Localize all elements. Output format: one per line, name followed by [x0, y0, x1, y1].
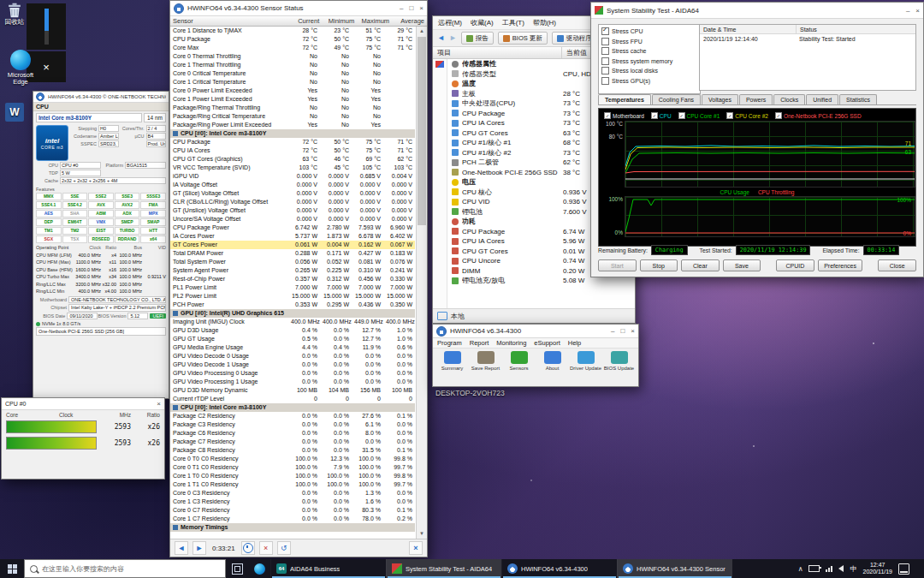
sensor-row[interactable]: Core 0 Critical Temperature No No No	[170, 69, 415, 78]
stress-option[interactable]: Stress CPU	[601, 27, 697, 37]
sensor-row[interactable]: Package/Ring Power Limit Exceeded Yes No…	[170, 121, 415, 129]
desktop-icon-word[interactable]: W	[0, 103, 29, 122]
sensor-row[interactable]: CPU GT Cores (Graphics) 63 °C 46 °C 69 °…	[170, 155, 415, 164]
menu-item[interactable]: Monitoring	[496, 339, 526, 347]
reset-button[interactable]: ↺	[277, 541, 291, 555]
graph-tab[interactable]: Voltages	[702, 94, 738, 104]
sensor-row[interactable]: Core 0 C7 Residency 0.0 % 0.0 % 80.3 % 0…	[170, 506, 415, 515]
sensor-row[interactable]: Total DRAM Power 0.288 W 0.171 W 0.427 W…	[170, 249, 415, 258]
sensor-row[interactable]: GT (Slice) Voltage Offset 0.000 V 0.000 …	[170, 189, 415, 198]
legend-checkbox[interactable]: ✓	[651, 112, 658, 119]
taskbar-app-aida64[interactable]: 64 AIDA64 Business	[270, 559, 386, 578]
sensor-row[interactable]: Core 0 T0 C0 Residency 100.0 % 12.3 % 10…	[170, 455, 415, 463]
sensor-row[interactable]: GPU Video Processing 0 Usage 0.0 % 0.0 %…	[170, 369, 415, 378]
sensor-row[interactable]: GT (Unslice) Voltage Offset 0.000 V 0.00…	[170, 206, 415, 215]
menu-item[interactable]: Help	[568, 339, 581, 347]
launcher-item[interactable]: Sensors	[503, 351, 535, 371]
column-header-average[interactable]: Average	[392, 16, 427, 26]
sensor-row[interactable]: PCH Power 0.353 W 0.295 W 0.436 W 0.350 …	[170, 301, 415, 309]
task-view-button[interactable]	[226, 559, 248, 578]
clear-button[interactable]: Clear	[681, 259, 720, 271]
graph-tab[interactable]: Statistics	[839, 94, 877, 104]
legend-checkbox[interactable]: ✓	[678, 112, 685, 119]
minimize-icon[interactable]: –	[611, 327, 614, 335]
stop-button[interactable]: Stop	[640, 259, 678, 271]
checkbox[interactable]	[601, 57, 609, 65]
move-left-button[interactable]: ◄	[175, 541, 188, 555]
graph-tab[interactable]: Unified	[806, 94, 838, 104]
sensor-titlebar[interactable]: HWiNFO64 v6.34-4300 Sensor Status – □ ×	[170, 1, 427, 16]
legend-checkbox[interactable]: ✓	[775, 112, 782, 119]
scrollbar-thumb[interactable]	[418, 37, 426, 225]
launcher-item[interactable]: Summary	[436, 351, 468, 371]
stress-option[interactable]: Stress GPU(s)	[601, 76, 697, 86]
checkbox[interactable]	[601, 38, 609, 45]
sensor-row[interactable]: Core 0 Thermal Throttling No No No	[170, 52, 415, 61]
sensor-row[interactable]: IA Voltage Offset 0.000 V 0.000 V 0.000 …	[170, 181, 415, 189]
hwinfo-main-titlebar[interactable]: HWiNFO64 v6.34-4300 © ONE-NETBOOK TECHNO…	[33, 92, 169, 103]
column-header-sensor[interactable]: Sensor	[170, 16, 287, 26]
sensor-row[interactable]: CPU [#0]: Intel Core m3-8100Y	[170, 403, 415, 412]
sensor-row[interactable]: Rest-of-Chip Power 0.357 W 0.312 W 0.456…	[170, 275, 415, 283]
tray-expand-icon[interactable]: ∧	[798, 565, 803, 573]
sensor-row[interactable]: Uncore/SA Voltage Offset 0.000 V 0.000 V…	[170, 215, 415, 223]
taskbar-search[interactable]: 在这里输入你要搜索的内容	[24, 559, 226, 578]
sensor-row[interactable]: GPU Video Decode 0 Usage 0.0 % 0.0 % 0.0…	[170, 352, 415, 361]
legend-checkbox[interactable]: ✓	[726, 112, 733, 119]
sensor-row[interactable]: Core 1 T0 C0 Residency 100.0 % 100.0 % 1…	[170, 472, 415, 480]
sensor-row[interactable]: CPU IA Cores 72 °C 50 °C 75 °C 71 °C	[170, 146, 415, 155]
sensor-row[interactable]: Core 1 C7 Residency 0.0 % 0.0 % 78.0 % 0…	[170, 515, 415, 523]
sensor-row[interactable]: PL1 Power Limit 7.000 W 7.000 W 7.000 W …	[170, 283, 415, 292]
column-header-status[interactable]: Status	[797, 25, 820, 33]
preferences-button[interactable]: Preferences	[818, 259, 863, 271]
sensor-row[interactable]: GPU Video Processing 1 Usage 0.0 % 0.0 %…	[170, 378, 415, 386]
legend-checkbox[interactable]: ✓	[604, 112, 611, 119]
taskbar-app-hwinfo[interactable]: HWiNFO64 v6.34-4300	[501, 559, 617, 578]
sensor-row[interactable]: VR VCC Temperature (SVID) 103 °C 45 °C 1…	[170, 164, 415, 172]
sensor-row[interactable]: CPU Package 72 °C 50 °C 75 °C 71 °C	[170, 35, 415, 44]
menu-item[interactable]: 工具(T)	[502, 18, 524, 27]
checkbox[interactable]	[601, 67, 609, 74]
action-center-icon[interactable]	[898, 563, 909, 575]
scrollbar[interactable]: ▲ ▼	[416, 27, 427, 539]
stress-option[interactable]: Stress cache	[601, 46, 697, 57]
desktop-icon-edge[interactable]: Microsoft Edge	[2, 50, 39, 86]
sensor-row[interactable]: iGPU VID 0.000 V 0.000 V 0.685 V 0.004 V	[170, 172, 415, 181]
sensor-row[interactable]: Core 1 Thermal Throttling No No No	[170, 61, 415, 69]
maximize-icon[interactable]: □	[409, 4, 413, 12]
legend-item[interactable]: ✓ CPU	[651, 112, 672, 119]
maximize-icon[interactable]: □	[620, 327, 625, 335]
sensor-row[interactable]: GPU Media Engine Usage 4.4 % 0.4 % 11.9 …	[170, 343, 415, 352]
sensor-row[interactable]: Imaging Unit (IMGU) Clock 400.0 MHz 400.…	[170, 318, 415, 326]
legend-item[interactable]: ✓ CPU Core #2	[726, 112, 768, 119]
checkbox[interactable]	[601, 47, 609, 55]
close-icon[interactable]: ×	[631, 327, 635, 335]
remove-button[interactable]: ×	[259, 541, 273, 555]
close-icon[interactable]: ×	[419, 4, 424, 12]
sensor-row[interactable]: IA Cores Power 5.737 W 1.873 W 6.678 W 6…	[170, 232, 415, 241]
forward-icon[interactable]: ►	[449, 34, 457, 42]
stress-option[interactable]: Stress system memory	[601, 57, 697, 67]
sensor-row[interactable]: Core 1 Distance to TjMAX 28 °C 23 °C 51 …	[170, 27, 415, 35]
launcher-item[interactable]: About	[536, 351, 568, 371]
desktop-icon-recycle-bin[interactable]: 回收站	[0, 2, 29, 26]
volume-slider[interactable]	[44, 9, 49, 45]
column-header-datetime[interactable]: Date & Time	[700, 25, 797, 33]
column-header-minimum[interactable]: Minimum	[322, 16, 357, 26]
minimize-icon[interactable]: –	[400, 4, 403, 12]
sensor-row[interactable]: Package C7 Residency 0.0 % 0.0 % 0.0 % 0…	[170, 438, 415, 446]
legend-item[interactable]: ✓ CPU Core #1	[678, 112, 720, 119]
log-row[interactable]: 2020/11/19 12:14:40 Stability Test: Star…	[700, 34, 915, 43]
stress-option[interactable]: Stress local disks	[601, 66, 697, 76]
close-icon[interactable]: ×	[915, 7, 920, 15]
clock-button[interactable]	[241, 541, 255, 555]
launcher-item[interactable]: Driver Update	[570, 351, 601, 371]
sensor-row[interactable]: GPU D3D Memory Dynamic 100 MB 104 MB 156…	[170, 386, 415, 395]
sensor-row[interactable]: GPU [#0]: Intel(R) UHD Graphics 615	[170, 309, 415, 318]
taskbar-app-stability-test[interactable]: System Stability Test - AIDA64	[386, 559, 501, 578]
column-header-item[interactable]: 项目	[433, 47, 562, 58]
launcher-titlebar[interactable]: HWiNFO64 v6.34-4300 – □ ×	[433, 325, 638, 338]
sensor-row[interactable]: GPU Video Decode 1 Usage 0.0 % 0.0 % 0.0…	[170, 361, 415, 369]
menu-item[interactable]: 远程(M)	[438, 18, 462, 27]
start-button[interactable]: Start	[598, 259, 637, 271]
